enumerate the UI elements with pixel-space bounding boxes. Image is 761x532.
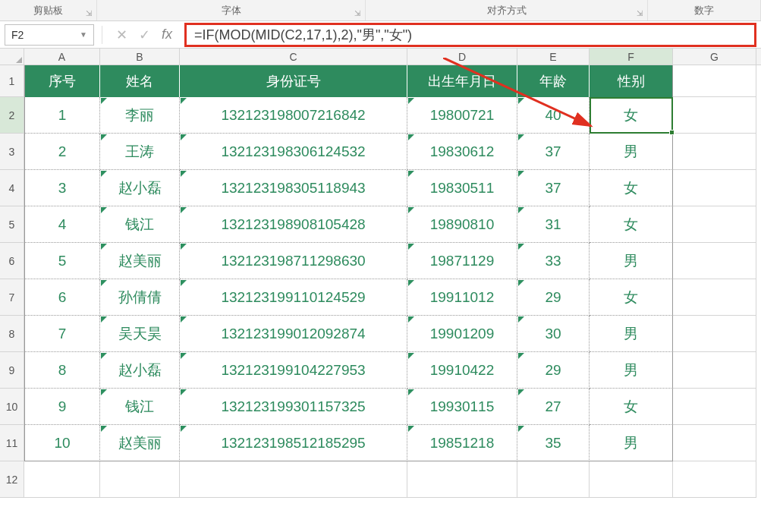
table-cell[interactable]: 33 <box>517 243 590 279</box>
cell[interactable] <box>24 461 100 498</box>
cell[interactable] <box>180 461 407 498</box>
row-header-7[interactable]: 7 <box>0 279 24 316</box>
row-header-2[interactable]: 2 <box>0 97 24 134</box>
table-cell[interactable]: 10 <box>24 425 100 461</box>
table-cell[interactable]: 男 <box>590 316 673 352</box>
cell[interactable] <box>673 170 756 206</box>
row-header-12[interactable]: 12 <box>0 461 24 498</box>
table-cell[interactable]: 132123199104227953 <box>180 352 407 389</box>
column-header-D[interactable]: D <box>407 49 517 65</box>
chevron-down-icon[interactable]: ▼ <box>80 30 87 39</box>
table-cell[interactable]: 132123199301157325 <box>180 389 407 425</box>
dialog-launcher-icon[interactable]: ⇲ <box>353 8 362 17</box>
table-cell[interactable]: 赵美丽 <box>100 243 180 279</box>
column-header-E[interactable]: E <box>517 49 590 65</box>
table-cell[interactable]: 赵小磊 <box>100 352 180 389</box>
table-cell[interactable]: 19800721 <box>407 97 517 134</box>
cell[interactable] <box>673 352 756 389</box>
table-cell[interactable]: 30 <box>517 316 590 352</box>
row-header-5[interactable]: 5 <box>0 206 24 243</box>
table-cell[interactable]: 9 <box>24 389 100 425</box>
table-header-cell[interactable]: 性别 <box>590 65 673 97</box>
table-cell[interactable]: 132123199110124529 <box>180 279 407 316</box>
table-cell[interactable]: 王涛 <box>100 134 180 170</box>
table-cell[interactable]: 19901209 <box>407 316 517 352</box>
cell[interactable] <box>673 97 756 134</box>
cell[interactable] <box>590 461 673 498</box>
table-cell[interactable]: 19910422 <box>407 352 517 389</box>
table-cell[interactable]: 3 <box>24 170 100 206</box>
table-cell[interactable]: 19930115 <box>407 389 517 425</box>
table-cell[interactable]: 赵美丽 <box>100 425 180 461</box>
column-header-C[interactable]: C <box>180 49 407 65</box>
table-cell[interactable]: 35 <box>517 425 590 461</box>
cell[interactable] <box>673 425 756 461</box>
insert-function-button[interactable]: fx <box>156 24 178 46</box>
table-cell[interactable]: 7 <box>24 316 100 352</box>
row-header-3[interactable]: 3 <box>0 134 24 170</box>
column-header-B[interactable]: B <box>100 49 180 65</box>
table-cell[interactable]: 女 <box>590 279 673 316</box>
row-header-11[interactable]: 11 <box>0 425 24 461</box>
table-cell[interactable]: 31 <box>517 206 590 243</box>
table-cell[interactable]: 132123198711298630 <box>180 243 407 279</box>
cell[interactable] <box>673 134 756 170</box>
table-cell[interactable]: 女 <box>590 170 673 206</box>
table-cell[interactable]: 1 <box>24 97 100 134</box>
cell[interactable] <box>407 461 517 498</box>
table-cell[interactable]: 孙倩倩 <box>100 279 180 316</box>
table-cell[interactable]: 女 <box>590 389 673 425</box>
table-cell[interactable]: 8 <box>24 352 100 389</box>
table-cell[interactable]: 132123199012092874 <box>180 316 407 352</box>
table-cell[interactable]: 19911012 <box>407 279 517 316</box>
table-cell[interactable]: 132123198305118943 <box>180 170 407 206</box>
row-header-10[interactable]: 10 <box>0 389 24 425</box>
row-header-4[interactable]: 4 <box>0 170 24 206</box>
table-cell[interactable]: 6 <box>24 279 100 316</box>
cancel-formula-button[interactable]: ✕ <box>110 24 133 46</box>
table-cell[interactable]: 132123198007216842 <box>180 97 407 134</box>
table-cell[interactable]: 132123198908105428 <box>180 206 407 243</box>
table-cell[interactable]: 37 <box>517 170 590 206</box>
table-cell[interactable]: 19851218 <box>407 425 517 461</box>
dialog-launcher-icon[interactable]: ⇲ <box>84 8 93 17</box>
cell[interactable] <box>517 461 590 498</box>
table-cell[interactable]: 132123198512185295 <box>180 425 407 461</box>
table-cell[interactable]: 钱江 <box>100 206 180 243</box>
column-header-F[interactable]: F <box>590 49 673 65</box>
cell[interactable] <box>673 389 756 425</box>
confirm-formula-button[interactable]: ✓ <box>133 24 156 46</box>
formula-input[interactable]: =IF(MOD(MID(C2,17,1),2),"男","女") <box>194 26 747 44</box>
table-cell[interactable]: 29 <box>517 279 590 316</box>
table-cell[interactable]: 40 <box>517 97 590 134</box>
table-cell[interactable]: 男 <box>590 425 673 461</box>
table-cell[interactable]: 5 <box>24 243 100 279</box>
row-header-1[interactable]: 1 <box>0 65 24 97</box>
table-cell[interactable]: 4 <box>24 206 100 243</box>
row-header-9[interactable]: 9 <box>0 352 24 389</box>
table-header-cell[interactable]: 身份证号 <box>180 65 407 97</box>
table-cell[interactable]: 37 <box>517 134 590 170</box>
cell[interactable] <box>673 461 756 498</box>
table-header-cell[interactable]: 出生年月日 <box>407 65 517 97</box>
column-header-G[interactable]: G <box>673 49 756 65</box>
table-cell[interactable]: 男 <box>590 352 673 389</box>
row-header-6[interactable]: 6 <box>0 243 24 279</box>
table-cell[interactable]: 李丽 <box>100 97 180 134</box>
table-header-cell[interactable]: 姓名 <box>100 65 180 97</box>
row-header-8[interactable]: 8 <box>0 316 24 352</box>
cell[interactable] <box>673 243 756 279</box>
table-cell[interactable]: 女 <box>590 97 673 134</box>
table-cell[interactable]: 19830511 <box>407 170 517 206</box>
table-cell[interactable]: 19830612 <box>407 134 517 170</box>
dialog-launcher-icon[interactable]: ⇲ <box>635 8 644 17</box>
table-header-cell[interactable]: 年龄 <box>517 65 590 97</box>
table-cell[interactable]: 赵小磊 <box>100 170 180 206</box>
table-cell[interactable]: 2 <box>24 134 100 170</box>
cell[interactable] <box>100 461 180 498</box>
cell[interactable] <box>673 206 756 243</box>
cell[interactable] <box>673 316 756 352</box>
table-cell[interactable]: 女 <box>590 206 673 243</box>
table-cell[interactable]: 132123198306124532 <box>180 134 407 170</box>
table-cell[interactable]: 19890810 <box>407 206 517 243</box>
